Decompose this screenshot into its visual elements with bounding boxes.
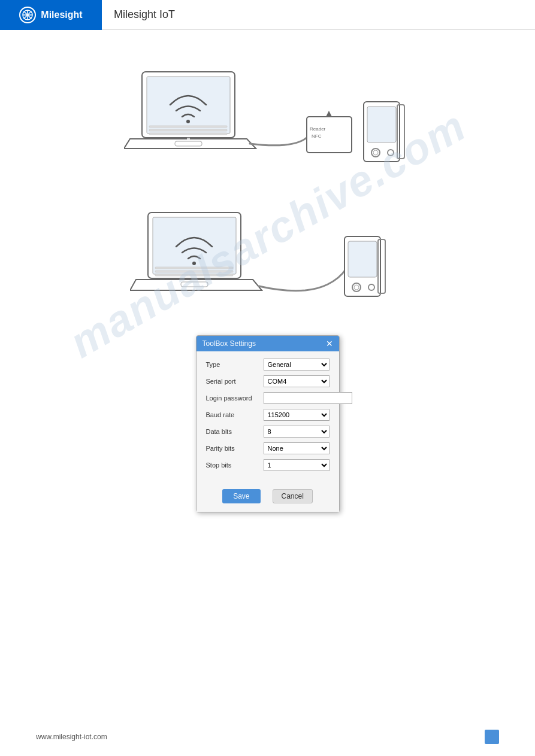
dialog-close-button[interactable]: ✕ xyxy=(326,339,333,348)
logo-icon xyxy=(19,7,36,23)
baud-rate-row: Baud rate 115200 xyxy=(206,409,330,421)
svg-rect-28 xyxy=(155,271,233,272)
logo-text: Milesight xyxy=(41,10,82,20)
header: Milesight Milesight IoT xyxy=(0,0,535,30)
type-label: Type xyxy=(206,361,260,368)
parity-bits-label: Parity bits xyxy=(206,445,260,452)
data-bits-label: Data bits xyxy=(206,428,260,435)
footer: www.milesight-iot.com xyxy=(0,730,535,744)
svg-text:Reader: Reader xyxy=(310,126,326,132)
stop-bits-label: Stop bits xyxy=(206,462,260,469)
dialog-footer: Save Cancel xyxy=(197,483,339,512)
svg-rect-24 xyxy=(153,217,236,274)
diagram1: Reader NFC xyxy=(118,66,418,180)
dialog-overlay: ToolBox Settings ✕ Type General Serial p… xyxy=(36,335,499,512)
milesight-icon xyxy=(22,10,33,20)
baud-rate-select[interactable]: 115200 xyxy=(264,409,330,421)
svg-point-25 xyxy=(192,262,196,265)
login-password-row: Login password xyxy=(206,392,330,404)
svg-rect-27 xyxy=(155,267,233,269)
parity-bits-row: Parity bits None xyxy=(206,442,330,454)
diagram2-svg xyxy=(130,204,406,323)
footer-url: www.milesight-iot.com xyxy=(36,733,107,741)
diagram2 xyxy=(124,204,412,323)
svg-rect-18 xyxy=(367,107,396,142)
header-title: Milesight IoT xyxy=(114,8,175,21)
svg-rect-6 xyxy=(147,77,230,133)
logo: Milesight xyxy=(0,0,102,30)
toolbox-dialog: ToolBox Settings ✕ Type General Serial p… xyxy=(196,335,340,512)
baud-rate-label: Baud rate xyxy=(206,411,260,418)
svg-rect-12 xyxy=(187,138,190,139)
serial-port-label: Serial port xyxy=(206,378,260,385)
data-bits-select[interactable]: 8 xyxy=(264,426,330,438)
svg-marker-16 xyxy=(326,111,332,117)
serial-port-row: Serial port COM4 xyxy=(206,375,330,387)
stop-bits-row: Stop bits 1 xyxy=(206,459,330,471)
svg-text:NFC: NFC xyxy=(312,133,322,139)
svg-rect-9 xyxy=(149,126,227,127)
dialog-body: Type General Serial port COM4 Login pass… xyxy=(197,351,339,483)
svg-rect-31 xyxy=(348,241,377,277)
diagram1-svg: Reader NFC xyxy=(124,66,412,180)
svg-rect-10 xyxy=(149,129,227,131)
save-button[interactable]: Save xyxy=(222,489,260,503)
stop-bits-select[interactable]: 1 xyxy=(264,459,330,471)
footer-badge xyxy=(485,730,499,744)
type-row: Type General xyxy=(206,359,330,371)
dialog-titlebar: ToolBox Settings ✕ xyxy=(197,336,339,351)
type-select[interactable]: General xyxy=(264,359,330,371)
svg-rect-11 xyxy=(149,133,227,135)
data-bits-row: Data bits 8 xyxy=(206,426,330,438)
main-content: manualsarchive.com xyxy=(0,30,535,548)
login-password-input[interactable] xyxy=(264,392,352,404)
svg-rect-29 xyxy=(155,274,233,276)
cancel-button[interactable]: Cancel xyxy=(273,489,313,503)
svg-point-7 xyxy=(186,120,190,123)
dialog-title: ToolBox Settings xyxy=(202,339,256,348)
serial-port-select[interactable]: COM4 xyxy=(264,375,330,387)
parity-bits-select[interactable]: None xyxy=(264,442,330,454)
login-password-label: Login password xyxy=(206,394,260,402)
